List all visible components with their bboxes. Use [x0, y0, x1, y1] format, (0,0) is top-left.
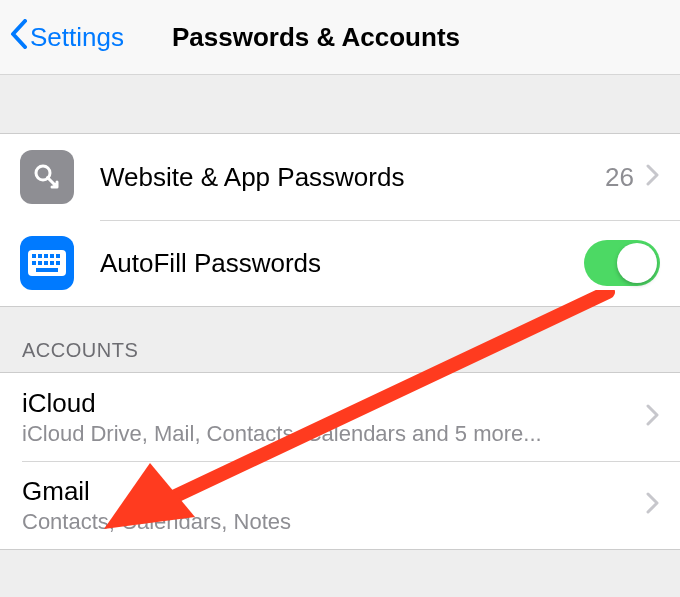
spacer: [0, 75, 680, 133]
svg-rect-9: [44, 261, 48, 265]
account-subtitle: Contacts, Calendars, Notes: [22, 509, 646, 535]
autofill-toggle[interactable]: [584, 240, 660, 286]
keyboard-icon: [20, 236, 74, 290]
toggle-knob: [617, 243, 657, 283]
website-app-passwords-row[interactable]: Website & App Passwords 26: [0, 134, 680, 220]
account-title: iCloud: [22, 388, 646, 419]
back-label: Settings: [30, 22, 124, 53]
account-text: iCloud iCloud Drive, Mail, Contacts, Cal…: [22, 388, 646, 447]
svg-rect-5: [50, 254, 54, 258]
chevron-right-icon: [646, 164, 660, 190]
svg-rect-4: [44, 254, 48, 258]
svg-rect-7: [32, 261, 36, 265]
svg-rect-6: [56, 254, 60, 258]
account-text: Gmail Contacts, Calendars, Notes: [22, 476, 646, 535]
account-subtitle: iCloud Drive, Mail, Contacts, Calendars …: [22, 421, 646, 447]
chevron-right-icon: [646, 404, 660, 430]
navigation-bar: Settings Passwords & Accounts: [0, 0, 680, 75]
accounts-group: iCloud iCloud Drive, Mail, Contacts, Cal…: [0, 372, 680, 550]
svg-rect-8: [38, 261, 42, 265]
website-app-passwords-count: 26: [605, 162, 634, 193]
passwords-group: Website & App Passwords 26 AutoFill P: [0, 133, 680, 307]
page-title: Passwords & Accounts: [172, 22, 460, 53]
chevron-right-icon: [646, 492, 660, 518]
account-title: Gmail: [22, 476, 646, 507]
back-button[interactable]: Settings: [10, 19, 124, 56]
accounts-header: ACCOUNTS: [0, 307, 680, 372]
autofill-passwords-row: AutoFill Passwords: [0, 220, 680, 306]
account-row-icloud[interactable]: iCloud iCloud Drive, Mail, Contacts, Cal…: [0, 373, 680, 461]
svg-rect-2: [32, 254, 36, 258]
back-chevron-icon: [10, 19, 28, 56]
svg-rect-11: [56, 261, 60, 265]
svg-rect-3: [38, 254, 42, 258]
account-row-gmail[interactable]: Gmail Contacts, Calendars, Notes: [0, 461, 680, 549]
website-app-passwords-label: Website & App Passwords: [100, 162, 605, 193]
autofill-passwords-label: AutoFill Passwords: [100, 248, 584, 279]
key-icon: [20, 150, 74, 204]
svg-rect-10: [50, 261, 54, 265]
svg-rect-12: [36, 268, 58, 272]
